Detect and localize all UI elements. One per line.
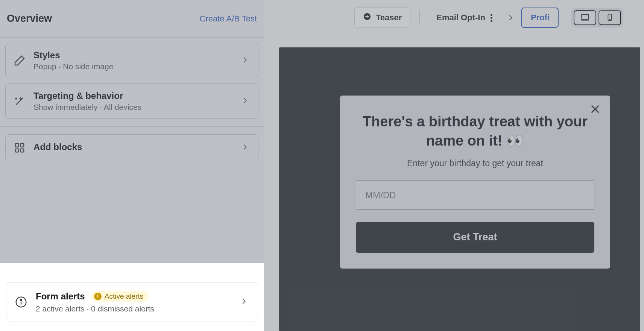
plus-circle-icon [363, 12, 371, 23]
chevron-right-icon [241, 96, 251, 106]
alert-dot-icon: ! [94, 293, 102, 300]
panel-title: Overview [7, 13, 52, 24]
targeting-title: Targeting & behavior [33, 91, 233, 101]
desktop-icon [580, 12, 590, 23]
divider [0, 126, 264, 127]
form-alerts-section: Form alerts ! Active alerts 2 active ale… [0, 263, 264, 331]
form-alerts-subtitle: 2 active alerts · 0 dismissed alerts [36, 304, 231, 313]
form-alerts-card[interactable]: Form alerts ! Active alerts 2 active ale… [6, 282, 258, 322]
svg-point-0 [15, 98, 17, 99]
preview-pane: Teaser Email Opt-In Profi [264, 0, 644, 331]
popup-subhead: Enter your birthday to get your treat [356, 158, 594, 169]
profile-label: Profi [531, 13, 550, 23]
blocks-grid-icon [13, 141, 26, 154]
magic-wand-icon [13, 95, 26, 108]
svg-rect-6 [581, 14, 589, 19]
svg-rect-3 [15, 149, 19, 152]
close-icon[interactable] [589, 103, 601, 115]
preview-toolbar: Teaser Email Opt-In Profi [264, 0, 644, 35]
device-toggle [571, 8, 623, 27]
styles-subtitle: Popup · No side image [33, 62, 233, 71]
birthday-input[interactable]: MM/DD [356, 181, 594, 210]
styles-card[interactable]: Styles Popup · No side image [5, 43, 258, 78]
targeting-card[interactable]: Targeting & behavior Show immediately · … [5, 84, 258, 119]
mobile-icon [606, 13, 614, 23]
svg-point-8 [609, 19, 610, 20]
profile-tab[interactable]: Profi [521, 8, 559, 28]
chevron-right-icon [240, 297, 249, 307]
teaser-button[interactable]: Teaser [354, 8, 410, 28]
panel-header: Overview Create A/B Test [0, 0, 264, 38]
mobile-device-button[interactable] [598, 10, 621, 25]
separator [419, 10, 420, 25]
styles-title: Styles [33, 50, 233, 61]
popup-headline: There's a birthday treat with your name … [356, 112, 594, 151]
pencil-icon [13, 54, 26, 67]
svg-rect-1 [15, 144, 19, 147]
svg-rect-4 [21, 149, 24, 152]
preview-canvas: There's a birthday treat with your name … [279, 47, 640, 331]
svg-rect-2 [21, 144, 24, 147]
chevron-right-icon [241, 143, 251, 153]
form-alerts-title: Form alerts [36, 291, 85, 302]
birthday-placeholder: MM/DD [365, 190, 396, 200]
email-opt-in-label: Email Opt-In [436, 13, 485, 23]
teaser-label: Teaser [376, 13, 402, 23]
info-icon [15, 296, 27, 308]
targeting-subtitle: Show immediately · All devices [33, 103, 233, 112]
svg-point-10 [20, 299, 21, 301]
add-blocks-title: Add blocks [33, 142, 233, 152]
add-blocks-card[interactable]: Add blocks [5, 134, 258, 161]
active-alerts-badge: ! Active alerts [91, 291, 149, 302]
popup-preview: There's a birthday treat with your name … [340, 96, 610, 269]
chevron-right-icon[interactable] [506, 13, 515, 22]
more-dots-icon[interactable] [491, 14, 492, 22]
desktop-device-button[interactable] [574, 10, 596, 25]
chevron-right-icon [241, 56, 251, 65]
get-treat-button[interactable]: Get Treat [356, 222, 594, 253]
cta-label: Get Treat [453, 231, 497, 243]
settings-cards: Styles Popup · No side image Targeting &… [0, 38, 264, 167]
badge-label: Active alerts [105, 292, 143, 301]
create-ab-test-link[interactable]: Create A/B Test [200, 14, 257, 24]
email-opt-in-tab[interactable]: Email Opt-In [429, 8, 500, 28]
